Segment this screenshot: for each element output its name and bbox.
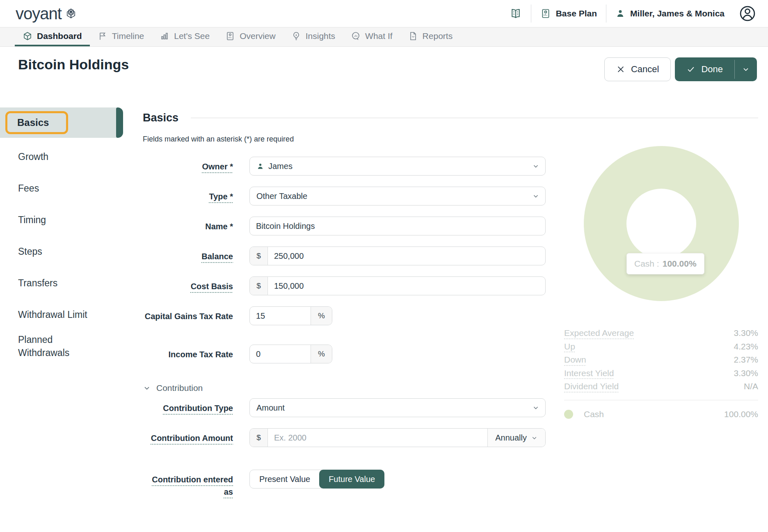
owner-select[interactable]: James — [249, 157, 546, 176]
bar-chart-icon — [160, 31, 169, 41]
sidebar-item-timing[interactable]: Timing — [0, 204, 103, 236]
tab-label: What If — [365, 31, 393, 41]
present-value-option[interactable]: Present Value — [250, 470, 320, 488]
name-input[interactable] — [249, 217, 546, 235]
account-circle-icon[interactable] — [738, 5, 757, 23]
stat-row-expected-average: Expected Average 3.30% — [564, 328, 758, 342]
stat-value: 3.30% — [734, 328, 758, 338]
stat-value: 2.37% — [734, 355, 758, 365]
capital-gains-input[interactable] — [250, 307, 311, 325]
tab-timeline[interactable]: Timeline — [90, 27, 152, 46]
done-button[interactable]: Done — [675, 57, 734, 81]
future-value-option[interactable]: Future Value — [319, 470, 384, 489]
book-icon[interactable] — [510, 7, 522, 20]
chevron-down-icon — [532, 404, 539, 411]
stat-row-dividend-yield: Dividend Yield N/A — [564, 381, 758, 395]
plan-document-icon — [540, 8, 551, 19]
close-icon — [616, 65, 625, 74]
overview-document-icon — [225, 31, 235, 41]
sidebar-list: Growth Fees Timing Steps Transfers Withd… — [0, 141, 123, 362]
sidebar-item-fees[interactable]: Fees — [0, 173, 103, 204]
contribution-section-toggle[interactable]: Contribution — [143, 383, 546, 393]
voyant-logo[interactable]: voyant — [16, 5, 78, 22]
income-tax-input[interactable] — [250, 345, 311, 363]
contribution-amount-group: $ Annually — [249, 428, 546, 447]
what-if-bubble-icon — [351, 31, 361, 41]
contribution-amount-label: Contribution Amount — [151, 434, 233, 443]
tab-lets-see[interactable]: Let's See — [152, 27, 217, 46]
sidebar-item-transfers[interactable]: Transfers — [0, 267, 103, 299]
tab-overview[interactable]: Overview — [217, 27, 283, 46]
type-label: Type * — [209, 192, 233, 201]
tab-label: Timeline — [112, 31, 144, 41]
stat-label: Up — [564, 342, 575, 352]
balance-group: $ — [249, 247, 546, 265]
contribution-type-select[interactable]: Amount — [249, 398, 546, 417]
chevron-down-icon — [742, 65, 750, 73]
contribution-entered-as-row: Contribution entered as Present Value Fu… — [143, 470, 546, 498]
tab-insights[interactable]: Insights — [283, 27, 343, 46]
sidebar-item-label: Transfers — [18, 277, 57, 290]
stat-row-interest-yield: Interest Yield 3.30% — [564, 368, 758, 382]
type-select[interactable]: Other Taxable — [249, 187, 546, 205]
base-plan-label: Base Plan — [556, 9, 597, 18]
income-tax-group: % — [249, 345, 332, 363]
stat-row-down: Down 2.37% — [564, 355, 758, 368]
sidebar-item-planned-withdrawals[interactable]: Planned Withdrawals — [0, 331, 103, 362]
title-actions: Cancel Done — [604, 57, 757, 81]
client-name: Miller, James & Monica — [630, 9, 725, 18]
contribution-amount-input[interactable] — [268, 429, 487, 447]
sidebar-item-withdrawal-limit[interactable]: Withdrawal Limit — [0, 299, 103, 331]
chevron-down-icon — [532, 192, 539, 200]
name-row: Name * — [143, 217, 546, 235]
sidebar-item-steps[interactable]: Steps — [0, 236, 103, 267]
allocation-donut-chart[interactable] — [584, 146, 739, 301]
cost-basis-input[interactable] — [268, 277, 545, 295]
currency-prefix: $ — [250, 429, 268, 447]
sidebar-item-basics[interactable]: Basics — [0, 107, 123, 138]
tab-label: Dashboard — [37, 31, 82, 41]
stats-divider — [564, 400, 758, 400]
sidebar-item-label: Planned Withdrawals — [18, 333, 103, 359]
cash-legend-dot — [564, 410, 573, 419]
stat-value: 3.30% — [734, 368, 758, 378]
stat-label: Dividend Yield — [564, 381, 619, 391]
page-title: Bitcoin Holdings — [18, 57, 129, 73]
contribution-frequency-select[interactable]: Annually — [487, 429, 545, 447]
contribution-type-row: Contribution Type Amount — [143, 398, 546, 417]
percent-suffix: % — [311, 307, 332, 325]
sidebar-item-label: Growth — [18, 151, 48, 163]
contribution-frequency-value: Annually — [495, 433, 527, 443]
main-nav: Dashboard Timeline Let's See — [0, 27, 768, 47]
sidebar-item-growth[interactable]: Growth — [0, 141, 103, 173]
contribution-section-label: Contribution — [156, 383, 203, 393]
currency-prefix: $ — [250, 277, 268, 295]
stat-label: Down — [564, 355, 586, 365]
tab-dashboard[interactable]: Dashboard — [15, 27, 90, 46]
sidebar-item-label: Steps — [18, 245, 42, 258]
legend-row-cash: Cash 100.00% — [564, 409, 758, 419]
done-label: Done — [701, 64, 723, 75]
person-icon — [615, 9, 625, 18]
income-tax-row: Income Tax Rate % — [143, 345, 546, 363]
tab-what-if[interactable]: What If — [343, 27, 400, 46]
donut-tooltip: Cash : 100.00% — [626, 253, 704, 274]
cost-basis-row: Cost Basis $ — [143, 276, 546, 295]
section-title: Basics — [143, 112, 178, 124]
header-divider — [531, 5, 531, 23]
client-selector[interactable]: Miller, James & Monica — [615, 9, 725, 18]
timeline-flag-icon — [98, 31, 107, 41]
owner-row: Owner * James — [143, 157, 546, 176]
balance-input[interactable] — [268, 247, 545, 265]
entered-as-toggle: Present Value Future Value — [249, 470, 384, 489]
base-plan-button[interactable]: Base Plan — [540, 8, 597, 19]
stat-label: Expected Average — [564, 328, 634, 338]
cancel-button[interactable]: Cancel — [604, 57, 671, 81]
balance-row: Balance $ — [143, 247, 546, 265]
name-label: Name * — [205, 222, 233, 231]
capital-gains-label: Capital Gains Tax Rate — [145, 312, 233, 321]
done-dropdown-button[interactable] — [735, 57, 757, 81]
tab-reports[interactable]: Reports — [400, 27, 461, 46]
sidebar-item-label: Basics — [17, 117, 49, 128]
tab-label: Insights — [306, 31, 335, 41]
